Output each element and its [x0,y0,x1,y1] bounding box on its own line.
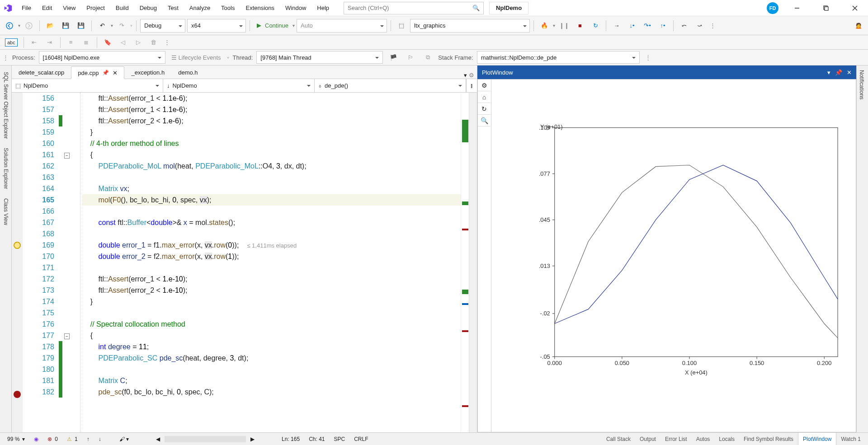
left-tab[interactable]: Solution Explorer [1,143,11,193]
plot-close-icon[interactable]: ✕ [847,69,852,76]
nav-forward-button [22,19,36,33]
nav-down-button[interactable]: ↓ [94,436,106,442]
plot-pin-icon[interactable]: 📌 [835,69,842,76]
svg-text:.045: .045 [539,216,550,223]
horizontal-scrollbar[interactable] [165,436,246,442]
show-next-button[interactable]: → [610,19,623,33]
config-dropdown[interactable]: Debug [140,19,185,33]
hscroll-right[interactable]: ▶ [246,436,259,442]
wrap-toggle-button[interactable]: abc [3,36,20,49]
nav-up-button[interactable]: ↑ [82,436,94,442]
process-dropdown[interactable]: [16048] NplDemo.exe [39,51,165,64]
bottom-tab[interactable]: Find Symbol Results [739,433,798,445]
menu-project[interactable]: Project [81,0,110,16]
auto-dropdown[interactable]: Auto [297,19,387,33]
maximize-button[interactable] [816,0,836,16]
close-button[interactable] [844,0,865,16]
svg-text:.109: .109 [539,124,550,131]
menu-window[interactable]: Window [280,0,311,16]
step-over-button[interactable]: ↷• [641,19,654,33]
step-backward-button[interactable]: ⤺ [677,19,691,33]
hot-reload-button[interactable]: 🔥 [538,19,551,33]
step-into-button[interactable]: ↓• [625,19,639,33]
line-indicator[interactable]: Ln: 165 [277,436,304,442]
step-other-button[interactable]: ⤻ [693,19,706,33]
tab-settings-icon[interactable]: ⚙ [469,72,474,79]
step-out-button[interactable]: ↑• [656,19,670,33]
nav-project-dropdown[interactable]: ⬚ NplDemo [12,79,163,92]
bottom-tab[interactable]: Autos [692,433,715,445]
menu-extensions[interactable]: Extensions [240,0,280,16]
indent-indicator[interactable]: SPC [329,436,349,442]
plot-window-title[interactable]: PlotWindow ▾ 📌 ✕ [477,66,856,79]
warning-count[interactable]: ⚠ 1 [62,436,82,442]
file-tab[interactable]: delete_scalar.cpp [12,66,71,79]
share-button[interactable]: 🙍 [852,19,865,33]
pause-button[interactable]: ❙❙ [557,19,571,33]
target-icon[interactable]: ⬚ [395,19,408,33]
file-tab[interactable]: _exception.h [124,66,171,79]
left-tab[interactable]: Class View [1,194,11,230]
svg-text:-.02: -.02 [540,310,550,317]
chart-area[interactable]: Y (e+01)0.0000.0500.1000.1500.200-.05-.0… [491,80,856,432]
user-avatar[interactable]: FD [767,2,778,14]
minimap[interactable] [461,93,469,432]
bottom-tab[interactable]: PlotWindow [798,433,836,445]
menu-edit[interactable]: Edit [37,0,57,16]
continue-button[interactable]: Continue [254,19,291,33]
flag-icon[interactable]: 🏴 [387,51,400,64]
file-tab[interactable]: demo.h [171,66,204,79]
code-editor[interactable]: 1561571581591601611621631641651661671681… [12,93,477,432]
bottom-tab[interactable]: Call Stack [602,433,635,445]
zoom-level[interactable]: 99 % ▾ [3,436,29,442]
tab-dropdown-icon[interactable]: ▾ [464,72,467,79]
file-tab[interactable]: pde.cpp 📌 ✕ [71,66,124,79]
plot-dropdown-icon[interactable]: ▾ [827,69,830,76]
undo-button[interactable]: ↶ [95,19,109,33]
plot-settings-button[interactable]: ⚙ [478,80,491,91]
search-box[interactable]: 🔍 [344,2,484,14]
menu-test[interactable]: Test [162,0,184,16]
menu-analyze[interactable]: Analyze [184,0,216,16]
eol-indicator[interactable]: CRLF [349,436,373,442]
stop-button[interactable]: ■ [573,19,587,33]
bottom-tab[interactable]: Error List [660,433,692,445]
stack-dropdown[interactable]: mathwrist::NplDemo::de_pde [477,51,640,64]
target-dropdown[interactable]: ltx_graphics [410,19,530,33]
restart-button[interactable]: ↻ [589,19,602,33]
menu-view[interactable]: View [57,0,81,16]
intellisense-icon[interactable]: ◉ [29,436,43,442]
redo-button[interactable]: ↷ [115,19,128,33]
vertical-scrollbar[interactable] [469,93,477,432]
platform-dropdown[interactable]: x64 [187,19,246,33]
save-button[interactable]: 💾 [59,19,72,33]
solution-name[interactable]: NplDemo [489,2,528,14]
menu-file[interactable]: File [16,0,37,16]
bookmark-button[interactable]: 🔖 [101,36,114,49]
plot-zoom-button[interactable]: 🔍 [478,115,491,126]
bottom-tab[interactable]: Watch 1 [836,433,865,445]
col-indicator[interactable]: Ch: 41 [304,436,329,442]
thread-dropdown[interactable]: [9768] Main Thread [256,51,383,64]
nav-function-dropdown[interactable]: ⬨ de_pde() [315,79,466,92]
menu-tools[interactable]: Tools [216,0,240,16]
error-count[interactable]: ⊗ 0 [43,436,62,442]
bottom-tab[interactable]: Locals [714,433,739,445]
open-file-button[interactable]: 📂 [43,19,57,33]
hscroll-left[interactable]: ◀ [151,436,165,442]
right-tab[interactable]: Notifications [857,66,867,104]
brush-icon[interactable]: 🖌 ▾ [115,436,133,442]
minimize-button[interactable] [787,0,807,16]
search-input[interactable] [348,5,472,11]
save-all-button[interactable]: 💾 [74,19,88,33]
nav-back-button[interactable] [3,19,16,33]
split-button[interactable]: ⫿ [466,79,477,92]
plot-home-button[interactable]: ⌂ [478,91,491,103]
bottom-tab[interactable]: Output [635,433,660,445]
left-tab[interactable]: SQL Server Object Explorer [1,67,11,143]
menu-help[interactable]: Help [311,0,335,16]
menu-debug[interactable]: Debug [134,0,162,16]
plot-refresh-button[interactable]: ↻ [478,103,491,115]
nav-namespace-dropdown[interactable]: ↓ NplDemo [163,79,315,92]
menu-build[interactable]: Build [110,0,134,16]
